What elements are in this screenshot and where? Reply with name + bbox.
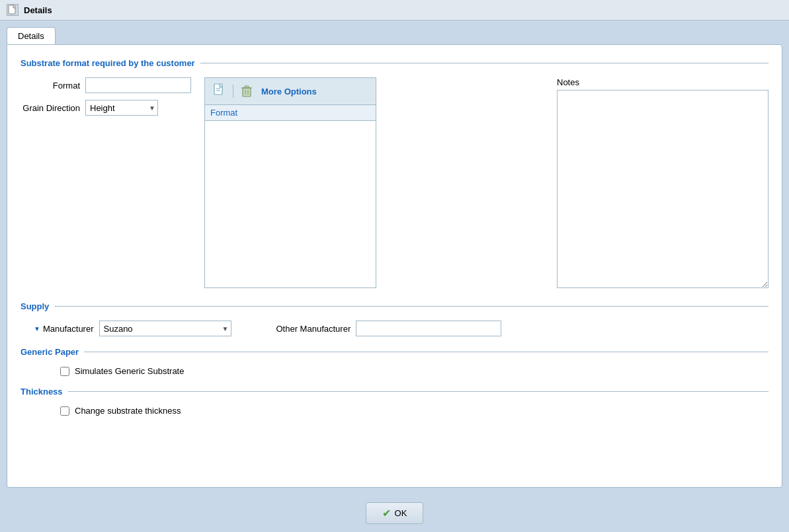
substrate-section-line (200, 63, 768, 63)
manufacturer-select[interactable]: Suzano Other (99, 321, 231, 336)
thickness-section-title: Thickness (21, 387, 63, 397)
grain-direction-label: Grain Direction (21, 103, 80, 113)
thickness-section-line (68, 391, 768, 392)
supply-section-line (54, 306, 768, 307)
change-thickness-row: Change substrate thickness (60, 406, 768, 416)
format-list-body[interactable] (205, 121, 376, 287)
notes-label: Notes (557, 77, 768, 87)
toolbar-separator (233, 85, 233, 98)
thickness-section: Thickness Change substrate thickness (21, 387, 768, 416)
supply-section: Supply ▼ Manufacturer Suzano Other ▼ Oth… (21, 301, 768, 336)
delete-icon (239, 83, 254, 100)
supply-section-header: Supply (21, 301, 768, 311)
delete-format-button[interactable] (237, 82, 256, 100)
tab-details[interactable]: Details (7, 27, 56, 44)
left-form: Format Grain Direction Height Width ▼ (21, 77, 191, 288)
supply-section-title: Supply (21, 301, 49, 311)
checkmark-icon: ✔ (382, 507, 391, 519)
more-options-button[interactable]: More Options (259, 87, 319, 96)
format-list-header: Format (205, 105, 376, 121)
generic-paper-section: Generic Paper Simulates Generic Substrat… (21, 347, 768, 376)
supply-row: ▼ Manufacturer Suzano Other ▼ Other Manu… (34, 321, 768, 336)
generic-paper-section-title: Generic Paper (21, 347, 79, 357)
notes-area: Notes (557, 77, 768, 288)
change-thickness-checkbox[interactable] (60, 406, 69, 416)
notes-textarea[interactable] (557, 90, 768, 288)
grain-direction-select[interactable]: Height Width (85, 100, 158, 116)
generic-paper-section-header: Generic Paper (21, 347, 768, 357)
window-icon (7, 4, 19, 16)
substrate-section-title: Substrate format required by the custome… (21, 58, 195, 68)
substrate-section-header: Substrate format required by the custome… (21, 58, 768, 68)
change-thickness-label: Change substrate thickness (75, 406, 181, 416)
manufacturer-label-wrapper: ▼ Manufacturer (34, 324, 94, 334)
window-body: Details Substrate format required by the… (0, 20, 789, 494)
svg-rect-4 (243, 88, 251, 96)
window-title: Details (24, 5, 52, 15)
format-input[interactable] (85, 77, 191, 93)
manufacturer-select-wrapper: Suzano Other ▼ (99, 321, 231, 336)
ok-label: OK (395, 508, 407, 518)
simulates-generic-checkbox[interactable] (60, 367, 69, 376)
thickness-section-header: Thickness (21, 387, 768, 397)
expand-arrow-icon: ▼ (34, 325, 40, 332)
grain-direction-row: Grain Direction Height Width ▼ (21, 100, 191, 116)
page-icon (212, 83, 227, 100)
footer: ✔ OK (0, 494, 789, 532)
add-format-button[interactable] (210, 82, 229, 100)
other-manufacturer-label: Other Manufacturer (276, 324, 351, 334)
toolbar-buttons: More Options (205, 78, 376, 105)
ok-button[interactable]: ✔ OK (366, 502, 424, 524)
manufacturer-label: Manufacturer (43, 324, 94, 334)
tab-content: Substrate format required by the custome… (7, 44, 782, 488)
title-bar: Details (0, 0, 789, 20)
tab-header: Details (7, 27, 782, 44)
grain-direction-wrapper: Height Width ▼ (85, 100, 158, 116)
simulates-generic-row: Simulates Generic Substrate (60, 366, 768, 376)
simulates-generic-label: Simulates Generic Substrate (75, 366, 184, 376)
other-manufacturer-input[interactable] (356, 321, 501, 336)
format-label: Format (21, 81, 80, 91)
format-row: Format (21, 77, 191, 93)
format-toolbar: More Options Format (204, 77, 376, 288)
generic-paper-section-line (84, 352, 768, 352)
substrate-form-area: Format Grain Direction Height Width ▼ (21, 77, 768, 288)
